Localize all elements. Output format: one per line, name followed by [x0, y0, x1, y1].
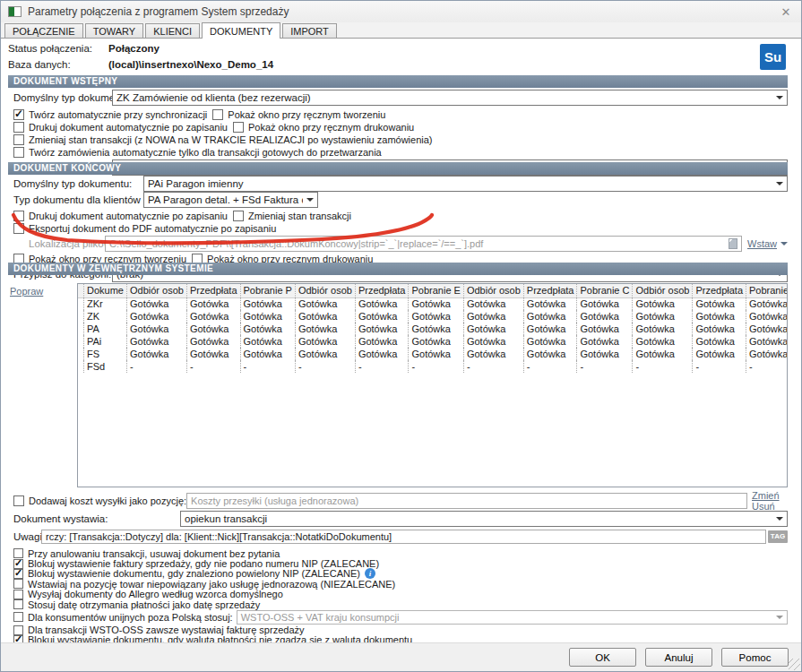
table-cell: Gotówka	[240, 323, 295, 335]
table-row[interactable]: FSGotówkaGotówkaGotówkaGotówkaGotówkaGot…	[78, 348, 788, 360]
payments-table: DokumeOdbiór osobPrzedpłataPobranie POdb…	[78, 284, 788, 373]
uwagi-label: Uwagi:	[8, 531, 41, 542]
option-row[interactable]: Dla transakcji WSTO-OSS zawsze wystawiaj…	[8, 625, 788, 634]
table-cell: Gotówka	[577, 297, 633, 310]
payments-grid-container[interactable]: DokumeOdbiór osobPrzedpłataPobranie POdb…	[77, 283, 788, 487]
option-label[interactable]: Wysyłaj dokumenty do Allegro według wzor…	[28, 589, 283, 599]
option-row[interactable]: Blokuj wystawienie faktury sprzedaży, gd…	[8, 558, 788, 568]
table-cell: Gotówka	[240, 310, 295, 323]
column-header[interactable]: Odbiór osob	[295, 284, 355, 297]
column-header[interactable]: Pobranie C	[577, 284, 633, 297]
resize-grip[interactable]	[789, 659, 800, 670]
checkbox[interactable]	[13, 599, 23, 609]
default-doc-type-select[interactable]: ZK Zamówienie od klienta (bez rezerwacji…	[112, 90, 788, 106]
table-cell: Gotówka	[295, 297, 355, 310]
tab-polaczenie[interactable]: POŁĄCZENIE	[4, 23, 83, 38]
option-row[interactable]: Przy anulowaniu transakcji, usuwaj dokum…	[8, 548, 788, 558]
table-cell: Gotówka	[577, 323, 633, 335]
no-nip-doc-type-select[interactable]: PA Paragon detal. + FSd Faktura detal.	[143, 192, 318, 208]
zmien-link[interactable]: Zmień	[752, 490, 780, 501]
ok-button[interactable]: OK	[569, 648, 636, 667]
column-header[interactable]: Odbiór osob	[633, 284, 693, 297]
option-label[interactable]: Wstawiaj na pozycję towar niepowiązany j…	[28, 579, 395, 590]
help-button[interactable]: Pomoc	[721, 648, 789, 667]
tab-klienci[interactable]: KLIENCI	[145, 23, 200, 38]
uwagi-input[interactable]: rczy: [Transakcja::Dotyczy] dla: [Klient…	[41, 530, 766, 544]
tab-towary[interactable]: TOWARY	[85, 23, 143, 38]
popraw-link[interactable]: Popraw	[10, 286, 43, 297]
option-label[interactable]: Blokuj wystawienie faktury sprzedaży, gd…	[28, 558, 379, 569]
tag-button[interactable]: TAG	[768, 530, 788, 543]
checkbox[interactable]	[13, 109, 24, 120]
table-row[interactable]: PAGotówkaGotówkaGotówkaGotówkaGotówkaGot…	[78, 323, 788, 335]
pdf-path-input[interactable]: C:\\Sello_dokumenty_PDF\\[Transakcja::Do…	[105, 236, 742, 252]
column-header[interactable]: Pobranie E	[409, 284, 463, 297]
tab-dokumenty[interactable]: DOKUMENTY	[202, 22, 280, 39]
cancel-button[interactable]: Anuluj	[645, 648, 712, 667]
file-icon[interactable]	[729, 238, 737, 249]
checkbox[interactable]	[13, 223, 24, 234]
table-cell: Gotówka	[523, 310, 577, 323]
table-row[interactable]: ZKrGotówkaGotówkaGotówkaGotówkaGotówkaGo…	[78, 297, 788, 310]
checkbox[interactable]	[13, 134, 24, 145]
close-icon[interactable]: ✕	[778, 5, 794, 19]
table-cell: Gotówka	[523, 297, 577, 310]
checkbox[interactable]	[233, 122, 244, 133]
table-cell: Gotówka	[633, 297, 693, 310]
option-label[interactable]: Przy anulowaniu transakcji, usuwaj dokum…	[28, 548, 280, 559]
column-header[interactable]: Pobranie H	[746, 284, 788, 297]
option-label[interactable]: Dla transakcji WSTO-OSS zawsze wystawiaj…	[28, 625, 305, 635]
column-header[interactable]: Odbiór osob	[463, 284, 523, 297]
table-row[interactable]: PAiGotówkaGotówkaGotówkaGotówkaGotówkaGo…	[78, 335, 788, 348]
table-cell: Gotówka	[295, 335, 355, 348]
option-label[interactable]: Dla konsumentów unijnych poza Polską sto…	[28, 612, 233, 623]
table-cell: Gotówka	[463, 335, 523, 348]
checkbox[interactable]	[13, 211, 24, 221]
table-cell: Gotówka	[126, 310, 186, 323]
checkbox[interactable]	[13, 590, 23, 599]
option-row[interactable]: Wysyłaj dokumenty do Allegro według wzor…	[8, 590, 788, 599]
chevron-down-icon	[776, 616, 783, 619]
wsto-select[interactable]: WSTO-OSS + VAT kraju konsumpcji	[237, 610, 788, 625]
checkbox[interactable]	[13, 569, 23, 579]
checkbox[interactable]	[13, 147, 24, 158]
issuer-select[interactable]: opiekun transakcji	[180, 511, 788, 527]
table-cell: -	[463, 360, 523, 373]
option-label[interactable]: Stosuj datę otrzymania płatności jako da…	[28, 599, 260, 610]
checkbox[interactable]	[212, 109, 223, 120]
column-header[interactable]: Pobranie P	[240, 284, 295, 297]
shipping-cost-input[interactable]: Koszty przesyłki (usługa jednorazowa)	[186, 493, 747, 509]
column-header[interactable]: Dokume	[84, 284, 127, 297]
column-header[interactable]: Przedpłata	[693, 284, 746, 297]
table-cell: Gotówka	[746, 323, 788, 335]
table-row[interactable]: ZKGotówkaGotówkaGotówkaGotówkaGotówkaGot…	[78, 310, 788, 323]
checkbox[interactable]	[233, 211, 244, 221]
final-doc-type-select[interactable]: PAi Paragon imienny	[143, 176, 788, 192]
tab-import[interactable]: IMPORT	[282, 23, 337, 38]
table-cell: Gotówka	[240, 335, 295, 348]
options-list: Przy anulowaniu transakcji, usuwaj dokum…	[8, 548, 788, 645]
checkbox[interactable]	[13, 579, 23, 589]
column-header[interactable]: Odbiór osob	[126, 284, 186, 297]
option-row[interactable]: Dla konsumentów unijnych poza Polską sto…	[8, 609, 788, 625]
table-cell: Gotówka	[186, 335, 240, 348]
option-row[interactable]: Wstawiaj na pozycję towar niepowiązany j…	[8, 579, 788, 589]
column-header[interactable]: Przedpłata	[355, 284, 409, 297]
table-cell: Gotówka	[355, 297, 409, 310]
option-row[interactable]: Blokuj wystawienie dokumentu, gdy znalez…	[8, 569, 788, 579]
column-header[interactable]: Przedpłata	[523, 284, 577, 297]
table-cell: Gotówka	[633, 335, 693, 348]
table-cell: Gotówka	[126, 323, 186, 335]
option-row[interactable]: Stosuj datę otrzymania płatności jako da…	[8, 599, 788, 609]
wstaw-dropdown[interactable]: Wstaw	[747, 238, 788, 249]
checkbox[interactable]	[13, 495, 24, 506]
doc-type-label: Domyślny typ dokumentu:	[8, 178, 143, 189]
option-label[interactable]: Blokuj wystawienie dokumentu, gdy znalez…	[28, 568, 360, 579]
info-icon[interactable]: i	[365, 568, 375, 579]
table-cell: Gotówka	[295, 323, 355, 335]
table-cell: Gotówka	[463, 348, 523, 360]
checkbox[interactable]	[13, 122, 24, 133]
column-header[interactable]: Przedpłata	[186, 284, 240, 297]
checkbox[interactable]	[13, 612, 23, 622]
table-row[interactable]: FSd------------Nie	[78, 360, 788, 373]
